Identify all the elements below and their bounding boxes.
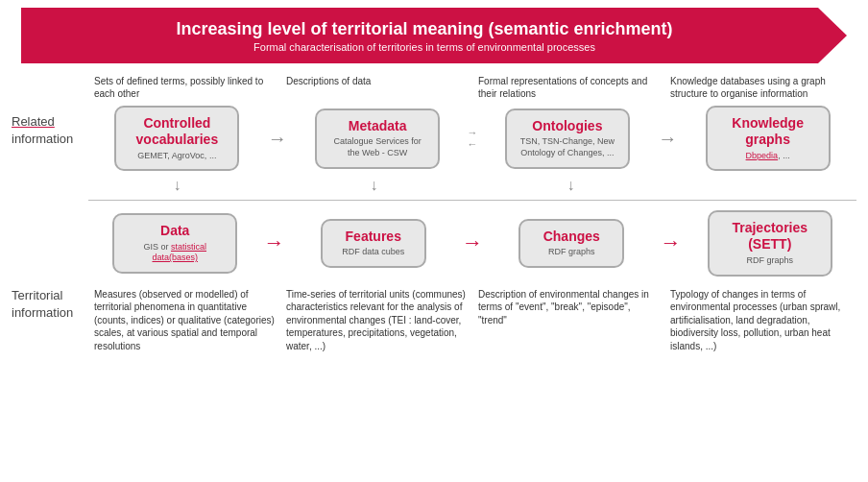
bottom-desc-row: Measures (observed or modelled) of terri… — [88, 286, 856, 355]
box-cv-title: Controlled vocabularies — [126, 115, 228, 148]
diagram-area: Sets of defined terms, possibly linked t… — [88, 73, 856, 438]
box-kg-title: Knowledge graphs — [717, 115, 819, 148]
box-changes-sub: RDF graphs — [530, 247, 613, 258]
box-onto-sub: TSN, TSN-Change, New Ontology of Changes… — [517, 136, 618, 158]
box-kg-sub: Dbpedia, ... — [717, 151, 819, 162]
box-changes: Changes RDF graphs — [518, 219, 624, 268]
box-wrapper-features: Features RDF data cubes — [287, 219, 461, 268]
section-divider — [88, 200, 856, 201]
box-features-sub: RDF data cubes — [332, 247, 415, 258]
box-wrapper-cv: Controlled vocabularies GEMET, AgroVoc, … — [88, 106, 266, 171]
vert-arrow-4 — [679, 177, 856, 194]
box-meta-title: Metadata — [326, 118, 428, 134]
box-wrapper-kg: Knowledge graphs Dbpedia, ... — [679, 106, 856, 171]
left-labels: Related information Territorial informat… — [12, 73, 88, 438]
box-data-title: Data — [124, 223, 226, 239]
box-traj-sub: RDF graphs — [719, 255, 821, 267]
box-ontologies: Ontologies TSN, TSN-Change, New Ontology… — [505, 108, 630, 169]
bottom-desc-col3: Description of environmental changes in … — [472, 286, 664, 355]
bottom-desc-col4: Typology of changes in terms of environm… — [664, 286, 856, 355]
box-meta-sub: Catalogue Services for the Web - CSW — [326, 136, 428, 158]
vert-arrow-3: ↓ — [482, 177, 660, 194]
box-onto-title: Ontologies — [517, 118, 618, 134]
box-wrapper-meta: Metadata Catalogue Services for the Web … — [289, 108, 467, 169]
box-metadata: Metadata Catalogue Services for the Web … — [315, 108, 440, 169]
arrow-onto-kg: → — [658, 128, 677, 150]
header-arrow: Increasing level of territorial meaning … — [21, 8, 847, 63]
box-traj-title: Trajectories (SETT) — [719, 220, 821, 253]
box-features: Features RDF data cubes — [321, 219, 426, 268]
box-wrapper-data: Data GIS or statistical data(bases) — [88, 213, 262, 274]
main-container: Increasing level of territorial meaning … — [0, 0, 868, 482]
vert-arrow-1: ↓ — [88, 177, 266, 194]
arrow-data-features: → — [264, 230, 285, 255]
related-label: Related information — [12, 104, 88, 253]
header-subtitle: Formal characterisation of territories i… — [253, 41, 595, 53]
box-wrapper-traj: Trajectories (SETT) RDF graphs — [684, 210, 857, 276]
vert-arrows-row: ↓ ↓ ↓ — [88, 177, 856, 194]
desc-col2: Descriptions of data — [280, 73, 472, 102]
bottom-desc-col1: Measures (observed or modelled) of terri… — [88, 286, 280, 355]
header-banner: Increasing level of territorial meaning … — [21, 8, 847, 63]
desc-col3: Formal representations of concepts and t… — [472, 73, 664, 102]
arrow-cv-to-meta: → — [268, 128, 287, 150]
header-title: Increasing level of territorial meaning … — [176, 19, 672, 39]
desc-col4: Knowledge databases using a graph struct… — [664, 73, 856, 102]
bottom-desc-col2: Time-series of territorial units (commun… — [280, 286, 472, 355]
box-changes-title: Changes — [530, 229, 613, 245]
territorial-boxes-row: Data GIS or statistical data(bases) → Fe… — [88, 210, 856, 276]
box-wrapper-onto: Ontologies TSN, TSN-Change, New Ontology… — [479, 108, 657, 169]
box-trajectories: Trajectories (SETT) RDF graphs — [708, 210, 832, 276]
territorial-label: Territorial information — [12, 270, 88, 438]
arrow-features-changes: → — [462, 230, 483, 255]
box-knowledge-graphs: Knowledge graphs Dbpedia, ... — [706, 106, 831, 171]
box-cv-sub: GEMET, AgroVoc, ... — [126, 151, 228, 162]
box-wrapper-changes: Changes RDF graphs — [485, 219, 659, 268]
related-boxes-row: Controlled vocabularies GEMET, AgroVoc, … — [88, 106, 856, 171]
box-controlled-vocabularies: Controlled vocabularies GEMET, AgroVoc, … — [114, 106, 239, 171]
desc-col1: Sets of defined terms, possibly linked t… — [88, 73, 280, 102]
arrow-changes-traj: → — [661, 230, 682, 255]
arrow-meta-onto: → ← — [468, 127, 478, 150]
box-data: Data GIS or statistical data(bases) — [112, 213, 237, 274]
vert-arrow-2: ↓ — [285, 177, 463, 194]
box-data-sub: GIS or statistical data(bases) — [124, 242, 226, 264]
top-desc-row: Sets of defined terms, possibly linked t… — [88, 73, 856, 102]
box-features-title: Features — [332, 229, 415, 245]
